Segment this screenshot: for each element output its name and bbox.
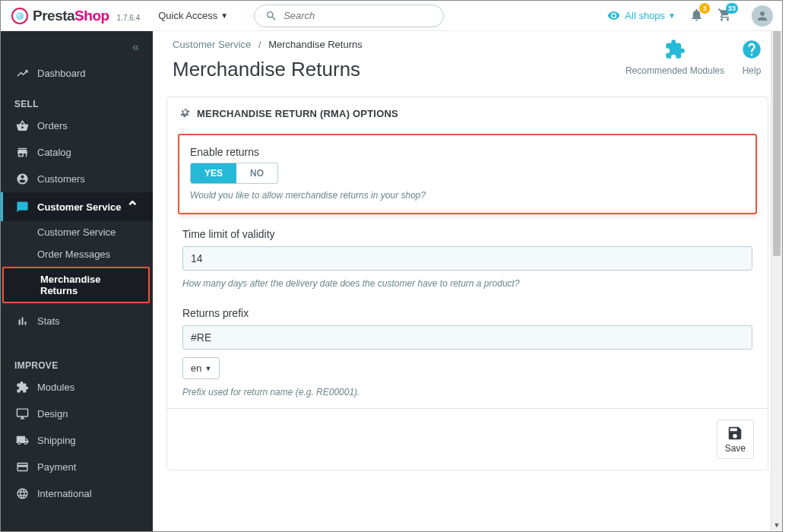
sidebar-item-international[interactable]: International [1, 480, 153, 507]
search-field-wrap[interactable] [254, 5, 444, 27]
logo-text-presta: Presta [33, 8, 74, 24]
rma-options-panel: MERCHANDISE RETURN (RMA) OPTIONS Enable … [166, 97, 768, 470]
version-label: 1.7.6.4 [117, 14, 141, 22]
store-icon [16, 146, 29, 159]
person-icon [755, 9, 769, 23]
prefix-help: Prefix used for return name (e.g. RE0000… [182, 387, 752, 397]
orders-badge: 33 [726, 3, 738, 14]
search-icon [265, 10, 277, 22]
window-scrollbar[interactable]: ▲ ▼ [771, 2, 782, 530]
person-icon [16, 173, 29, 185]
header: PrestaShop 1.7.6.4 Quick Access ▼ All sh… [1, 1, 782, 31]
basket-icon [16, 119, 29, 132]
time-limit-input[interactable] [182, 246, 752, 271]
recommended-modules-button[interactable]: Recommended Modules [626, 39, 724, 76]
puzzle-icon [664, 39, 686, 60]
caret-down-icon: ▼ [668, 11, 676, 20]
sidebar-item-orders[interactable]: Orders [1, 112, 153, 139]
chevron-double-left-icon: « [132, 40, 139, 54]
language-select[interactable]: en ▼ [182, 357, 220, 379]
sidebar-item-dashboard[interactable]: Dashboard [1, 60, 153, 87]
help-icon [741, 39, 762, 60]
enable-returns-toggle[interactable]: YES NO [190, 163, 278, 184]
sidebar-collapse-button[interactable]: « [1, 31, 153, 60]
sidebar-item-label: Payment [37, 461, 76, 473]
sidebar-item-label: Customer Service [37, 201, 122, 213]
sidebar-item-label: Design [37, 408, 68, 420]
enable-returns-help: Would you like to allow merchandise retu… [190, 190, 745, 201]
truck-icon [16, 434, 29, 447]
logo-text-shop: Shop [74, 8, 109, 24]
sidebar-item-customers[interactable]: Customers [1, 166, 153, 192]
action-label: Recommended Modules [626, 65, 724, 76]
breadcrumb: Customer Service / Merchandise Returns [173, 39, 363, 50]
logo-icon [11, 8, 28, 24]
enable-returns-label: Enable returns [190, 146, 745, 158]
scroll-thumb[interactable] [773, 13, 781, 256]
orders-button[interactable]: 33 [717, 8, 732, 24]
toggle-no[interactable]: NO [236, 163, 277, 183]
sidebar-item-label: Orders [37, 120, 68, 131]
search-input[interactable] [283, 10, 432, 21]
sidebar-item-label: International [37, 488, 92, 499]
profile-avatar[interactable] [752, 5, 773, 27]
save-button[interactable]: Save [717, 420, 754, 459]
action-label: Help [743, 65, 762, 76]
time-limit-label: Time limit of validity [182, 228, 752, 240]
sidebar-item-customer-service[interactable]: Customer Service ⌃ [1, 192, 153, 221]
caret-down-icon: ▼ [204, 365, 211, 372]
notification-badge: 3 [699, 3, 710, 14]
breadcrumb-parent[interactable]: Customer Service [173, 39, 251, 50]
enable-returns-highlight: Enable returns YES NO Would you like to … [178, 134, 757, 214]
sidebar-item-modules[interactable]: Modules [1, 374, 153, 401]
prefix-label: Returns prefix [182, 307, 752, 319]
language-label: en [191, 363, 201, 374]
time-limit-help: How many days after the delivery date do… [182, 278, 752, 289]
extension-icon [16, 381, 29, 394]
sidebar-section-improve: IMPROVE [1, 348, 153, 374]
sidebar-item-label: Dashboard [37, 68, 86, 79]
panel-title: MERCHANDISE RETURN (RMA) OPTIONS [197, 108, 398, 119]
visibility-icon [607, 9, 620, 22]
toggle-yes[interactable]: YES [191, 163, 236, 183]
sidebar-subitem-customer-service[interactable]: Customer Service [1, 221, 153, 243]
caret-down-icon: ▼ [220, 11, 228, 20]
globe-icon [16, 487, 29, 500]
main-content: Customer Service / Merchandise Returns M… [153, 1, 782, 531]
quick-access-label: Quick Access [158, 10, 217, 21]
scroll-down-icon[interactable]: ▼ [771, 519, 782, 530]
save-icon [727, 425, 743, 442]
settings-icon [179, 106, 191, 120]
quick-access-menu[interactable]: Quick Access ▼ [158, 10, 228, 21]
sidebar-subitem-merchandise-returns[interactable]: Merchandise Returns [4, 268, 148, 302]
credit-card-icon [16, 461, 29, 473]
page-title: Merchandise Returns [173, 58, 363, 81]
sidebar-item-label: Shipping [37, 435, 76, 446]
notifications-button[interactable]: 3 [689, 8, 704, 24]
expand-less-icon: ⌃ [126, 199, 139, 214]
sidebar-item-label: Stats [37, 315, 60, 327]
save-label: Save [725, 443, 746, 454]
sidebar-item-design[interactable]: Design [1, 401, 153, 427]
sidebar-item-label: Modules [37, 382, 74, 393]
sidebar-section-sell: SELL [1, 87, 153, 112]
trending-icon [16, 67, 29, 80]
shop-selector[interactable]: All shops ▼ [607, 9, 676, 22]
sidebar-item-catalog[interactable]: Catalog [1, 139, 153, 166]
breadcrumb-separator: / [258, 39, 261, 50]
shop-selector-label: All shops [625, 10, 665, 21]
sidebar-item-payment[interactable]: Payment [1, 454, 153, 480]
prefix-input[interactable] [182, 325, 752, 350]
desktop-icon [16, 407, 29, 420]
sidebar-item-label: Catalog [37, 147, 71, 158]
bar-chart-icon [16, 315, 29, 328]
sidebar-item-shipping[interactable]: Shipping [1, 427, 153, 454]
logo[interactable]: PrestaShop [11, 8, 109, 24]
sidebar-item-label: Customers [37, 173, 85, 185]
scroll-track[interactable] [771, 13, 782, 519]
sidebar: « Dashboard SELL Orders Catalog Customer… [1, 1, 153, 531]
sidebar-item-stats[interactable]: Stats [1, 308, 153, 334]
sidebar-subitem-order-messages[interactable]: Order Messages [1, 243, 153, 265]
help-button[interactable]: Help [741, 39, 762, 76]
breadcrumb-current: Merchandise Returns [268, 39, 363, 50]
